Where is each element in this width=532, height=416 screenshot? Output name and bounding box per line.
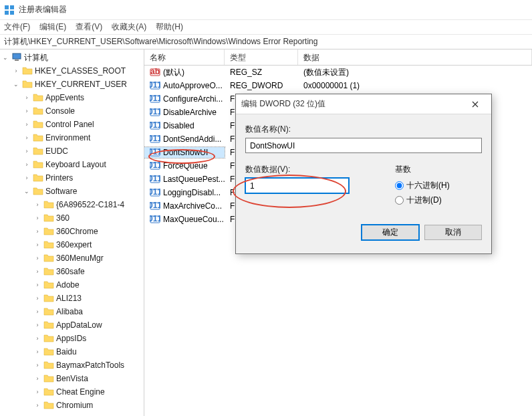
dialog-titlebar[interactable]: 编辑 DWORD (32 位)值 — [236, 94, 491, 114]
tree-hkcr[interactable]: ›HKEY_CLASSES_ROOT — [0, 64, 144, 78]
chevron-down-icon[interactable]: ⌄ — [23, 187, 31, 195]
chevron-right-icon[interactable]: › — [23, 94, 31, 102]
chevron-right-icon[interactable]: › — [23, 107, 31, 115]
tree-item-360safe[interactable]: ›360safe — [0, 265, 144, 278]
tree-item-360menumgr[interactable]: ›360MenuMgr — [0, 251, 144, 265]
chevron-down-icon[interactable]: ⌄ — [12, 80, 20, 88]
chevron-right-icon[interactable]: › — [23, 174, 31, 182]
chevron-right-icon[interactable]: › — [23, 147, 31, 155]
binary-icon: 011 — [150, 187, 160, 198]
chevron-right-icon[interactable]: › — [33, 348, 41, 356]
tree-item-chromium[interactable]: ›Chromium — [0, 399, 144, 412]
ok-button[interactable]: 确定 — [362, 225, 419, 240]
tree-item-benvista[interactable]: ›BenVista — [0, 372, 144, 385]
tree-item-cheat-engine[interactable]: ›Cheat Engine — [0, 385, 144, 399]
tree-item-eudc[interactable]: ›EUDC — [0, 144, 144, 158]
tree-item-360expert[interactable]: ›360expert — [0, 238, 144, 251]
chevron-right-icon[interactable]: › — [33, 321, 41, 329]
chevron-right-icon[interactable]: › — [33, 401, 41, 409]
tree-item-360[interactable]: ›360 — [0, 211, 144, 225]
cancel-button[interactable]: 取消 — [424, 225, 482, 240]
chevron-right-icon[interactable]: › — [33, 241, 41, 249]
chevron-right-icon[interactable]: › — [33, 281, 41, 289]
value-type: REG_SZ — [225, 68, 298, 77]
chevron-right-icon[interactable]: › — [33, 227, 41, 235]
chevron-right-icon[interactable]: › — [33, 334, 41, 342]
tree-panel[interactable]: ⌄计算机›HKEY_CLASSES_ROOT⌄HKEY_CURRENT_USER… — [0, 49, 144, 416]
binary-icon: 011 — [150, 134, 160, 144]
value-name: MaxArchiveCo... — [163, 201, 222, 211]
titlebar: 注册表编辑器 — [0, 0, 532, 20]
binary-icon: 011 — [150, 214, 160, 225]
tree-item-control-panel[interactable]: ›Control Panel — [0, 118, 144, 131]
list-row[interactable]: ab(默认)REG_SZ(数值未设置) — [144, 66, 532, 79]
tree-item-baidu[interactable]: ›Baidu — [0, 345, 144, 358]
menu-help[interactable]: 帮助(H) — [156, 21, 183, 33]
address-bar[interactable]: 计算机\HKEY_CURRENT_USER\Software\Microsoft… — [0, 35, 532, 49]
tree-item-appsids[interactable]: ›AppsIDs — [0, 332, 144, 345]
folder-icon — [33, 173, 43, 183]
chevron-right-icon[interactable]: › — [33, 268, 41, 276]
folder-icon — [43, 226, 54, 237]
chevron-right-icon[interactable]: › — [33, 361, 41, 369]
tree-item-software[interactable]: ⌄Software — [0, 185, 144, 198]
chevron-right-icon[interactable]: › — [33, 308, 41, 316]
chevron-right-icon[interactable]: › — [33, 214, 41, 222]
binary-icon: 011 — [150, 147, 160, 158]
chevron-right-icon[interactable]: › — [33, 254, 41, 262]
chevron-right-icon[interactable]: › — [23, 120, 31, 128]
tree-item-printers[interactable]: ›Printers — [0, 171, 144, 185]
folder-icon — [43, 293, 54, 304]
folder-icon — [43, 266, 54, 277]
tree-root[interactable]: ⌄计算机 — [0, 51, 144, 64]
radio-hex-row[interactable]: 十六进制(H) — [395, 178, 482, 193]
col-type[interactable]: 类型 — [225, 49, 298, 65]
folder-icon — [43, 373, 54, 384]
chevron-right-icon[interactable]: › — [23, 134, 31, 142]
list-row[interactable]: 011AutoApproveO...REG_DWORD0x00000001 (1… — [144, 79, 532, 92]
folder-icon — [33, 106, 43, 116]
radio-dec-label: 十进制(D) — [406, 195, 442, 206]
close-icon[interactable] — [464, 98, 486, 111]
col-name[interactable]: 名称 — [144, 49, 225, 65]
tree-item-environment[interactable]: ›Environment — [0, 131, 144, 144]
tree-item-keyboard-layout[interactable]: ›Keyboard Layout — [0, 158, 144, 171]
chevron-right-icon[interactable]: › — [23, 161, 31, 169]
tree-hkcu[interactable]: ⌄HKEY_CURRENT_USER — [0, 78, 144, 91]
tree-item-appevents[interactable]: ›AppEvents — [0, 91, 144, 104]
value-data: (数值未设置) — [298, 67, 532, 78]
menu-file[interactable]: 文件(F) — [4, 21, 30, 33]
radio-dec-row[interactable]: 十进制(D) — [395, 193, 482, 207]
regedit-icon — [4, 5, 15, 15]
radio-hex[interactable] — [395, 181, 404, 190]
svg-text:011: 011 — [150, 147, 160, 157]
tree-item-alibaba[interactable]: ›Alibaba — [0, 305, 144, 318]
chevron-right-icon[interactable]: › — [33, 375, 41, 383]
chevron-right-icon[interactable]: › — [33, 294, 41, 302]
menu-favorites[interactable]: 收藏夹(A) — [112, 21, 146, 33]
col-data[interactable]: 数据 — [298, 49, 532, 65]
chevron-right-icon[interactable]: › — [12, 67, 20, 75]
folder-icon — [33, 92, 43, 103]
value-name-input[interactable] — [245, 138, 482, 153]
value-name: ConfigureArchi... — [163, 94, 223, 104]
menubar: 文件(F) 编辑(E) 查看(V) 收藏夹(A) 帮助(H) — [0, 20, 532, 35]
value-data-input[interactable] — [245, 178, 349, 193]
tree-item-console[interactable]: ›Console — [0, 104, 144, 118]
tree-item-ali213[interactable]: ›ALI213 — [0, 292, 144, 305]
tree-item-appdatalow[interactable]: ›AppDataLow — [0, 318, 144, 332]
chevron-down-icon[interactable]: ⌄ — [1, 54, 9, 62]
tree-item-360chrome[interactable]: ›360Chrome — [0, 225, 144, 238]
base-label: 基数 — [395, 164, 482, 175]
tree-item-adobe[interactable]: ›Adobe — [0, 278, 144, 292]
tree-item--6a896522-c181-4[interactable]: ›{6A896522-C181-4 — [0, 198, 144, 211]
chevron-right-icon[interactable]: › — [33, 201, 41, 209]
svg-text:011: 011 — [150, 201, 160, 210]
svg-text:011: 011 — [150, 120, 160, 130]
menu-view[interactable]: 查看(V) — [76, 21, 102, 33]
tree-item-baymaxpatchtools[interactable]: ›BaymaxPatchTools — [0, 358, 144, 372]
folder-icon — [43, 213, 54, 223]
chevron-right-icon[interactable]: › — [33, 388, 41, 396]
menu-edit[interactable]: 编辑(E) — [39, 21, 66, 33]
radio-dec[interactable] — [395, 196, 404, 205]
